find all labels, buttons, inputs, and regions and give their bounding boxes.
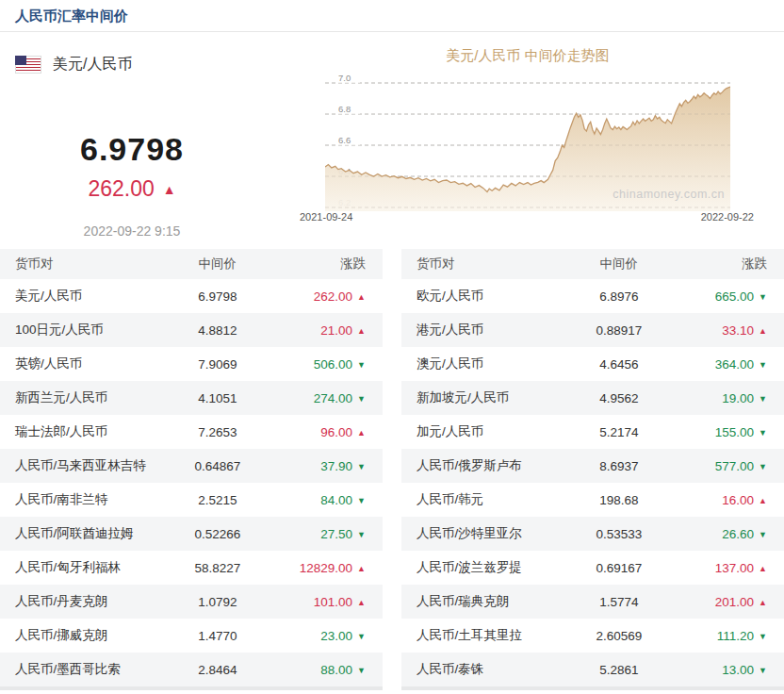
trend-chart: 7.06.86.66.46.2chinamoney.com.cn <box>325 75 730 211</box>
table-row[interactable]: 100日元/人民币 4.8812 21.00▲ <box>0 313 383 347</box>
change-value: 26.60 <box>722 527 754 541</box>
triangle-icon: ▼ <box>759 632 767 641</box>
change-value: 33.10 <box>722 323 754 338</box>
mid-price-value: 0.64867 <box>168 459 267 473</box>
change-value: 23.00 <box>320 629 352 643</box>
triangle-icon: ▼ <box>759 428 767 438</box>
change-value: 506.00 <box>314 357 352 372</box>
mid-price-value: 58.8227 <box>168 561 267 575</box>
header-change: 涨跌 <box>668 256 767 273</box>
triangle-icon: ▼ <box>759 462 767 471</box>
table-row[interactable]: 港元/人民币 0.88917 33.10▲ <box>401 313 784 347</box>
page-title[interactable]: 人民币汇率中间价 <box>15 8 128 24</box>
mid-price-value: 1.5774 <box>569 595 668 609</box>
mid-price-value: 8.6937 <box>569 459 668 473</box>
currency-pair-label: 人民币/韩元 <box>416 491 569 508</box>
currency-pair-label: 人民币/墨西哥比索 <box>15 661 168 678</box>
mid-price-value: 4.9562 <box>569 391 668 405</box>
triangle-icon: ▼ <box>357 496 366 505</box>
table-row[interactable]: 人民币/沙特里亚尔 0.53533 26.60▼ <box>401 517 784 551</box>
mid-price-value: 0.69167 <box>569 561 668 575</box>
currency-pair-label: 人民币/挪威克朗 <box>15 627 168 644</box>
change-value: 155.00 <box>715 425 754 439</box>
change-cell: 23.00▼ <box>267 629 366 643</box>
change-cell: 96.00▲ <box>267 425 366 439</box>
svg-text:6.8: 6.8 <box>338 104 351 114</box>
change-value: 101.00 <box>314 595 352 609</box>
table-row[interactable]: 澳元/人民币 4.6456 364.00▼ <box>401 347 784 381</box>
table-row[interactable]: 人民币/丹麦克朗 1.0792 101.00▲ <box>0 585 383 619</box>
change-cell: 364.00▼ <box>668 357 767 372</box>
table-row[interactable]: 人民币/挪威克朗 1.4770 23.00▼ <box>0 619 383 653</box>
change-cell: 155.00▼ <box>668 425 767 439</box>
chart-x-start-label: 2021-09-24 <box>300 210 352 223</box>
triangle-icon: ▲ <box>759 564 767 573</box>
quote-change-value: 262.00 <box>88 176 154 201</box>
change-cell: 88.00▼ <box>267 663 366 677</box>
change-value: 12829.00 <box>300 561 352 575</box>
table-row[interactable]: 人民币/马来西亚林吉特 0.64867 37.90▼ <box>0 449 383 483</box>
table-row[interactable]: 人民币/土耳其里拉 2.60569 111.20▼ <box>401 619 784 653</box>
header-currency-pair: 货币对 <box>15 256 168 273</box>
currency-pair-label: 人民币/匈牙利福林 <box>15 559 168 576</box>
triangle-icon: ▲ <box>357 326 366 336</box>
triangle-icon: ▲ <box>357 428 366 438</box>
table-row[interactable]: 人民币/墨西哥比索 2.8464 88.00▼ <box>0 653 383 686</box>
mid-price-value: 0.53533 <box>569 527 668 541</box>
header-change: 涨跌 <box>267 256 366 273</box>
triangle-icon: ▲ <box>759 326 767 336</box>
change-value: 84.00 <box>320 493 352 507</box>
triangle-icon: ▼ <box>759 530 767 539</box>
mid-price-value: 4.8812 <box>168 323 267 338</box>
triangle-icon: ▲ <box>357 598 366 607</box>
table-row[interactable]: 人民币/阿联酋迪拉姆 0.52266 27.50▼ <box>0 517 383 551</box>
table-row[interactable]: 人民币/匈牙利福林 58.8227 12829.00▲ <box>0 551 383 585</box>
triangle-icon: ▼ <box>357 360 366 370</box>
mid-price-value: 7.9069 <box>168 357 267 372</box>
change-cell: 26.60▼ <box>668 527 767 541</box>
table-row[interactable]: 人民币/波兰兹罗提 0.69167 137.00▲ <box>401 551 784 585</box>
change-value: 665.00 <box>715 289 754 304</box>
change-cell: 84.00▼ <box>267 493 366 507</box>
table-row[interactable]: 新西兰元/人民币 4.1051 274.00▼ <box>0 381 383 415</box>
table-row[interactable]: 新加坡元/人民币 4.9562 19.00▼ <box>401 381 784 415</box>
currency-pair-label: 欧元/人民币 <box>416 288 569 305</box>
change-value: 201.00 <box>715 595 754 609</box>
table-row[interactable]: 美元/人民币 6.9798 262.00▲ <box>0 279 383 313</box>
triangle-icon: ▲ <box>357 564 366 573</box>
change-cell: 665.00▼ <box>668 289 767 304</box>
change-value: 364.00 <box>715 357 754 372</box>
change-cell: 16.00▲ <box>668 493 767 507</box>
quote-change: 262.00▲ <box>0 175 264 203</box>
chart-title: 美元/人民币 中间价走势图 <box>325 47 730 65</box>
table-row[interactable]: 瑞士法郎/人民币 7.2653 96.00▲ <box>0 415 383 449</box>
table-row[interactable]: 人民币/俄罗斯卢布 8.6937 577.00▼ <box>401 449 784 483</box>
change-cell: 101.00▲ <box>267 595 366 609</box>
currency-pair-label: 人民币/波兰兹罗提 <box>416 559 569 576</box>
table-row[interactable]: 人民币/瑞典克朗 1.5774 201.00▲ <box>401 585 784 619</box>
triangle-icon: ▲ <box>759 598 767 607</box>
mid-price-value: 198.68 <box>569 493 668 507</box>
mid-price-value: 2.5215 <box>168 493 267 507</box>
triangle-icon: ▼ <box>759 666 767 675</box>
table-row[interactable]: 人民币/韩元 198.68 16.00▲ <box>401 483 784 517</box>
change-cell: 577.00▼ <box>668 459 767 473</box>
mid-price-value: 0.52266 <box>168 527 267 541</box>
table-row[interactable]: 人民币/泰铢 5.2861 13.00▼ <box>401 653 784 686</box>
table-body: 美元/人民币 6.9798 262.00▲ 100日元/人民币 4.8812 2… <box>0 279 383 686</box>
table-row[interactable]: 英镑/人民币 7.9069 506.00▼ <box>0 347 383 381</box>
page: 人民币汇率中间价 美元/人民币 6.9798 262.00▲ 2022-09-2… <box>0 0 784 694</box>
header-currency-pair: 货币对 <box>416 256 569 273</box>
change-value: 577.00 <box>715 459 754 473</box>
currency-pair-label: 人民币/土耳其里拉 <box>416 627 569 644</box>
change-value: 274.00 <box>314 391 352 405</box>
quote-rate: 6.9798 <box>0 130 264 168</box>
mid-price-value: 6.9798 <box>168 289 267 304</box>
table-row[interactable]: 欧元/人民币 6.8976 665.00▼ <box>401 279 784 313</box>
quote-pair-label: 美元/人民币 <box>53 55 132 74</box>
change-cell: 13.00▼ <box>668 663 767 677</box>
table-row[interactable]: 人民币/南非兰特 2.5215 84.00▼ <box>0 483 383 517</box>
table-row[interactable]: 加元/人民币 5.2174 155.00▼ <box>401 415 784 449</box>
mid-price-value: 1.0792 <box>168 595 267 609</box>
change-value: 96.00 <box>320 425 352 439</box>
